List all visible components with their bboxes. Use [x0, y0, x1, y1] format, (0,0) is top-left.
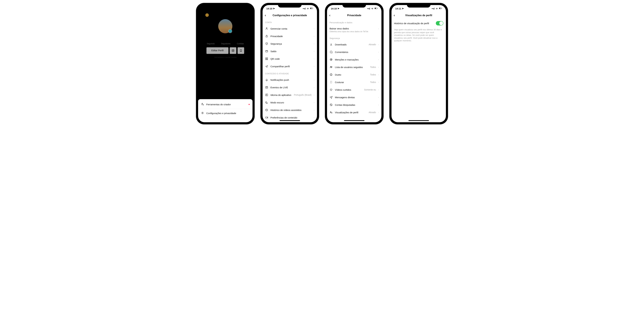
settings-content[interactable]: CONTA Gerenciar conta›Privacidade›Segura…	[262, 19, 317, 122]
list-item[interactable]: Compartilhar perfil›	[262, 62, 317, 70]
section-conteudo: CONTEÚDO E ATIVIDADE	[262, 70, 317, 76]
svg-rect-25	[266, 117, 267, 118]
list-item[interactable]: Histórico de vídeos assistidos›	[262, 106, 317, 114]
signal-icon: ••ıl	[432, 7, 434, 10]
svg-rect-18	[266, 58, 266, 58]
list-value: Todos	[370, 66, 376, 68]
person-gear-icon	[201, 103, 204, 106]
svg-point-9	[202, 103, 203, 104]
moon-icon	[265, 101, 268, 104]
svg-rect-14	[310, 8, 311, 9]
bell-icon	[265, 78, 268, 81]
red-dot	[248, 104, 250, 105]
svg-point-29	[331, 59, 332, 60]
users-icon	[330, 65, 333, 69]
chevron-right-icon: ›	[378, 73, 379, 76]
svg-point-15	[266, 28, 267, 28]
list-item[interactable]: Modo escuro›	[262, 99, 317, 106]
lock-icon	[265, 34, 268, 38]
wifi-icon	[435, 7, 438, 10]
back-button[interactable]: ‹	[265, 13, 266, 17]
chevron-right-icon: ›	[378, 51, 379, 53]
screen-profile-views: 14:11➤ ••ıl ‹ Visualizações de perfil Hi…	[392, 5, 446, 122]
chevron-right-icon: ›	[314, 65, 314, 67]
chevron-right-icon: ›	[314, 116, 314, 119]
list-item[interactable]: Mensagens diretas›	[327, 93, 382, 101]
list-label: Idioma do aplicativo	[270, 94, 292, 96]
list-item[interactable]: QR code›	[262, 55, 317, 62]
list-item[interactable]: Idioma do aplicativoPortuguês (Brasil)›	[262, 91, 317, 99]
list-item[interactable]: Eventos de LIVE›	[262, 84, 317, 91]
list-value: Todos	[370, 81, 376, 83]
phone-privacy: 14:10➤ ••ıl ‹ Privacidade Personalização…	[325, 3, 383, 124]
list-label: Saldo	[270, 50, 312, 53]
list-item[interactable]: Notificações push›	[262, 76, 317, 84]
status-time: 14:11	[395, 7, 401, 10]
back-button[interactable]: ‹	[394, 13, 395, 17]
signal-icon: ••ıl	[303, 7, 306, 10]
shield-icon	[265, 42, 268, 45]
list-item[interactable]: Comentários›	[327, 48, 382, 56]
block-icon	[330, 103, 333, 106]
chevron-right-icon: ›	[314, 94, 314, 96]
section-conta: CONTA	[262, 19, 317, 25]
list-label: Vídeos curtidos	[335, 88, 362, 91]
page-title: Visualizações de perfil	[405, 14, 432, 17]
sheet-label: Configurações e privacidade	[206, 112, 236, 115]
list-item[interactable]: Vídeos curtidosSomente eu›	[327, 86, 382, 93]
list-item[interactable]: CosturarTodos›	[327, 78, 382, 86]
list-item[interactable]: Segurança›	[262, 40, 317, 47]
list-label: Modo escuro	[270, 101, 312, 104]
list-label: Mensagens diretas	[335, 96, 376, 99]
list-item[interactable]: Privacidade›	[262, 32, 317, 40]
toggle-label: Histórico de visualização de perfil	[394, 22, 429, 25]
list-label: Lista de usuários seguidos	[335, 66, 368, 68]
chevron-right-icon: ›	[314, 27, 314, 30]
user-icon	[265, 27, 268, 30]
chevron-right-icon: ›	[378, 81, 379, 83]
list-item[interactable]: DownloadsAtivado›	[327, 41, 382, 48]
notch	[214, 3, 237, 7]
wallet-icon	[265, 50, 268, 53]
svg-rect-21	[266, 87, 268, 88]
toggle-switch[interactable]	[436, 21, 444, 25]
list-label: Visualizações de perfil	[335, 111, 366, 114]
download-data-item[interactable]: Baixar seus dados ›	[327, 25, 382, 30]
list-item[interactable]: DuetoTodos›	[327, 71, 382, 78]
chevron-right-icon: ›	[314, 42, 314, 45]
download-subtext: Obtenha uma cópia dos seus dados do TikT…	[327, 30, 382, 34]
chevron-right-icon: ›	[378, 27, 379, 30]
list-item[interactable]: Visualizações de perfilAtivado›	[327, 109, 382, 116]
sheet-creator-tools[interactable]: Ferramentas do criador	[198, 100, 252, 109]
svg-point-10	[203, 105, 204, 105]
gear-icon	[201, 111, 204, 115]
phone-profile-views: 14:11➤ ••ıl ‹ Visualizações de perfil Hi…	[390, 3, 448, 124]
list-value: Todos	[370, 73, 376, 76]
list-item[interactable]: Menções e marcações›	[327, 56, 382, 63]
list-label: Costurar	[335, 81, 368, 84]
status-time: 14:10	[266, 7, 272, 10]
sheet-settings-privacy[interactable]: Configurações e privacidade	[198, 109, 252, 118]
signal-icon: ••ıl	[367, 7, 370, 10]
notch	[278, 3, 302, 7]
list-label: Baixar seus dados	[330, 27, 376, 30]
list-item[interactable]: Lista de usuários seguidosTodos›	[327, 63, 382, 71]
eye-icon	[330, 111, 333, 114]
svg-rect-17	[266, 50, 268, 52]
list-item[interactable]: Gerenciar conta›	[262, 25, 317, 32]
list-value: Ativado	[369, 43, 376, 46]
page-title: Privacidade	[347, 14, 361, 17]
chevron-right-icon: ›	[378, 111, 379, 114]
list-label: Downloads	[335, 43, 366, 46]
back-button[interactable]: ‹	[329, 13, 330, 17]
description: Veja quem visualizou seu perfil nos últi…	[392, 28, 446, 42]
list-item[interactable]: Saldo›	[262, 47, 317, 55]
lang-icon	[265, 93, 268, 96]
svg-point-35	[332, 113, 332, 113]
battery-icon	[439, 7, 442, 10]
list-item[interactable]: Contas bloqueadas›	[327, 101, 382, 109]
chevron-right-icon: ›	[314, 79, 314, 81]
svg-point-22	[266, 87, 267, 88]
privacy-content[interactable]: Personalização e dados Baixar seus dados…	[327, 19, 382, 122]
list-label: Privacidade	[270, 35, 312, 37]
